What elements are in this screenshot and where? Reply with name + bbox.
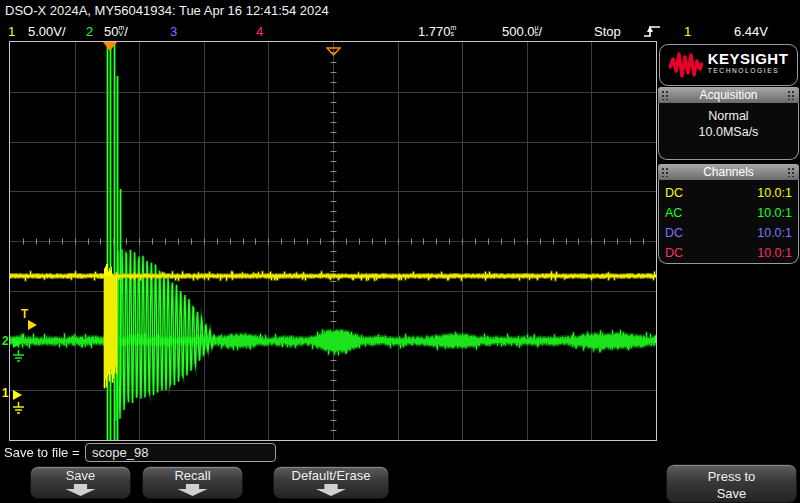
ch1-probe: 10.0:1 xyxy=(757,186,792,200)
keysight-logo-icon xyxy=(669,51,703,79)
ch2-coupling: AC xyxy=(665,206,682,220)
menu-down-arrow-icon xyxy=(66,484,96,496)
acquisition-panel: Acquisition Normal 10.0MSa/s xyxy=(658,87,799,160)
acquisition-header-label: Acquisition xyxy=(699,88,757,102)
grip-icon xyxy=(787,167,796,177)
delay-unit: ms xyxy=(451,25,457,37)
trigger-slope-icon[interactable] xyxy=(643,23,661,42)
ch1-ground-icon xyxy=(12,402,25,414)
save-to-file-label: Save to file = xyxy=(4,445,80,460)
softkey-default-erase[interactable]: Default/Erase xyxy=(273,466,389,499)
ch3-number[interactable]: 3 xyxy=(170,24,177,39)
sample-rate: 10.0MSa/s xyxy=(659,125,798,139)
acquisition-mode: Normal xyxy=(659,109,798,123)
ch1-ref-label[interactable]: 1 xyxy=(2,387,9,399)
channel-row-4: DC10.0:1 xyxy=(665,243,792,263)
grip-icon xyxy=(661,167,670,177)
delay-value: 1.770 xyxy=(418,24,451,39)
ch1-ref-arrow[interactable] xyxy=(13,390,22,400)
channels-header[interactable]: Channels xyxy=(658,164,799,180)
keysight-logo-text: KEYSIGHT TECHNOLOGIES xyxy=(708,53,789,77)
ch2-ref-label[interactable]: 2 xyxy=(2,335,9,347)
ch1-scale[interactable]: 5.00V/ xyxy=(28,24,66,39)
oscilloscope-screen: DSO-X 2024A, MY56041934: Tue Apr 16 12:4… xyxy=(0,0,800,503)
trigger-level-marker-arrow[interactable] xyxy=(28,320,37,330)
status-bar: 1 5.00V/ 2 50mV/ 3 4 1.770ms 500.0µs/ St… xyxy=(0,22,800,42)
timebase-value: 500.0 xyxy=(502,24,535,39)
ch4-coupling: DC xyxy=(665,246,683,260)
trigger-level-readout[interactable]: 6.44V xyxy=(734,24,768,39)
ch3-probe: 10.0:1 xyxy=(757,226,792,240)
channels-panel: Channels DC10.0:1 AC10.0:1 DC10.0:1 DC10… xyxy=(658,164,799,264)
trigger-source[interactable]: 1 xyxy=(684,24,691,39)
acquisition-body: Normal 10.0MSa/s xyxy=(658,103,799,160)
ch1-number[interactable]: 1 xyxy=(8,24,15,39)
timebase-readout[interactable]: 500.0µs/ xyxy=(502,24,542,39)
softkey-recall-label: Recall xyxy=(174,468,210,483)
menu-down-arrow-icon xyxy=(178,484,208,496)
channel-row-1: DC10.0:1 xyxy=(665,183,792,203)
softkey-recall[interactable]: Recall xyxy=(142,466,243,499)
acquisition-header[interactable]: Acquisition xyxy=(658,87,799,103)
trigger-level-marker-label[interactable]: T xyxy=(21,308,28,320)
waveform-canvas xyxy=(10,42,656,440)
press-to-save-line2: Save xyxy=(717,485,747,502)
softkey-save-label: Save xyxy=(66,468,96,483)
ch3-coupling: DC xyxy=(665,226,683,240)
press-to-save-line1: Press to xyxy=(708,468,756,485)
ch2-number[interactable]: 2 xyxy=(86,24,93,39)
run-state: Stop xyxy=(594,24,621,39)
ch1-coupling: DC xyxy=(665,186,683,200)
keysight-logo-panel: KEYSIGHT TECHNOLOGIES xyxy=(659,44,798,86)
timebase-suffix: / xyxy=(539,24,543,39)
menu-down-arrow-icon xyxy=(316,484,346,496)
logo-sub: TECHNOLOGIES xyxy=(708,65,789,77)
press-to-save-button[interactable]: Press to Save xyxy=(666,464,797,503)
ch2-scale-value: 50 xyxy=(104,24,118,39)
channels-header-label: Channels xyxy=(703,165,754,179)
softkey-default-erase-label: Default/Erase xyxy=(292,468,371,483)
ch2-scale[interactable]: 50mV/ xyxy=(104,24,128,39)
ch4-probe: 10.0:1 xyxy=(757,246,792,260)
ch4-number[interactable]: 4 xyxy=(256,24,263,39)
ch2-probe: 10.0:1 xyxy=(757,206,792,220)
grip-icon xyxy=(787,90,796,100)
channel-row-3: DC10.0:1 xyxy=(665,223,792,243)
instrument-title: DSO-X 2024A, MY56041934: Tue Apr 16 12:4… xyxy=(5,3,329,18)
softkey-save[interactable]: Save xyxy=(30,466,131,499)
time-reference-marker[interactable] xyxy=(326,42,341,60)
ch2-scale-suffix: / xyxy=(124,24,128,39)
channel-row-2: AC10.0:1 xyxy=(665,203,792,223)
ch2-ref-arrow[interactable] xyxy=(13,338,22,348)
filename-input[interactable] xyxy=(85,443,276,462)
grip-icon xyxy=(661,90,670,100)
waveform-display xyxy=(9,41,657,441)
channels-body: DC10.0:1 AC10.0:1 DC10.0:1 DC10.0:1 xyxy=(658,180,799,264)
trigger-position-marker[interactable] xyxy=(103,42,117,51)
delay-readout[interactable]: 1.770ms xyxy=(418,24,456,39)
ch2-ground-icon xyxy=(12,350,25,362)
ch1-scale-text: 5.00V/ xyxy=(28,24,66,39)
logo-brand: KEYSIGHT xyxy=(708,53,789,65)
